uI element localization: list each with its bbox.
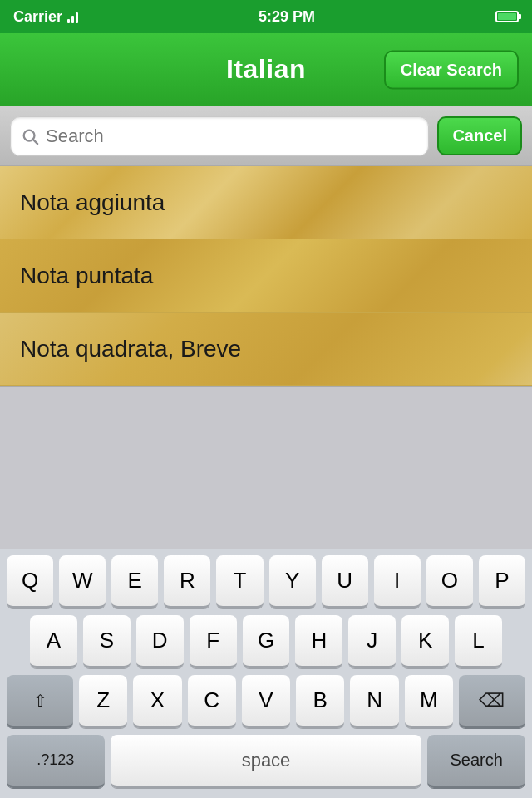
list-item-text: Nota aggiunta <box>20 190 165 216</box>
key-p[interactable]: P <box>479 555 525 608</box>
key-o[interactable]: O <box>426 555 473 608</box>
carrier-label: Carrier <box>13 8 62 26</box>
svg-line-1 <box>33 140 37 144</box>
key-i[interactable]: I <box>374 555 421 608</box>
key-e[interactable]: E <box>111 555 158 608</box>
search-bar: Cancel <box>0 106 532 166</box>
key-k[interactable]: K <box>401 615 449 668</box>
keyboard-row-4: .?123 space Search <box>0 728 532 798</box>
key-u[interactable]: U <box>322 555 368 608</box>
key-v[interactable]: V <box>242 675 290 728</box>
list-item[interactable]: Nota aggiunta <box>0 166 532 239</box>
key-f[interactable]: F <box>190 615 237 668</box>
key-j[interactable]: J <box>348 615 396 668</box>
key-r[interactable]: R <box>164 555 210 608</box>
key-l[interactable]: L <box>455 615 502 668</box>
key-s[interactable]: S <box>83 615 131 668</box>
keyboard-row-1: Q W E R T Y U I O P <box>0 549 532 608</box>
key-w[interactable]: W <box>59 555 106 608</box>
battery-indicator <box>495 11 519 22</box>
key-t[interactable]: T <box>216 555 263 608</box>
key-b[interactable]: B <box>296 675 344 728</box>
search-icon <box>21 127 39 145</box>
wifi-icon <box>67 10 78 23</box>
cancel-button[interactable]: Cancel <box>437 116 522 155</box>
results-list: Nota aggiunta Nota puntata Nota quadrata… <box>0 166 532 386</box>
delete-key[interactable]: ⌫ <box>459 675 525 728</box>
separator <box>0 386 532 387</box>
list-item[interactable]: Nota puntata <box>0 239 532 313</box>
navigation-bar: Italian Clear Search <box>0 33 532 106</box>
key-m[interactable]: M <box>405 675 453 728</box>
key-c[interactable]: C <box>188 675 236 728</box>
key-q[interactable]: Q <box>7 555 53 608</box>
space-key[interactable]: space <box>111 735 422 788</box>
numbers-key[interactable]: .?123 <box>7 735 105 788</box>
key-n[interactable]: N <box>350 675 398 728</box>
search-input-wrapper <box>10 116 429 156</box>
key-y[interactable]: Y <box>269 555 316 608</box>
key-g[interactable]: G <box>243 615 290 668</box>
shift-key[interactable]: ⇧ <box>7 675 73 728</box>
key-a[interactable]: A <box>30 615 77 668</box>
page-title: Italian <box>226 54 306 85</box>
search-input[interactable] <box>46 126 418 147</box>
status-bar: Carrier 5:29 PM <box>0 0 532 33</box>
list-item[interactable]: Nota quadrata, Breve <box>0 313 532 386</box>
key-z[interactable]: Z <box>79 675 127 728</box>
carrier-info: Carrier <box>13 8 78 26</box>
battery-icon <box>495 11 519 22</box>
clear-search-button[interactable]: Clear Search <box>384 50 519 89</box>
search-key[interactable]: Search <box>427 735 525 788</box>
key-h[interactable]: H <box>295 615 342 668</box>
keyboard-row-3: ⇧ Z X C V B N M ⌫ <box>0 668 532 728</box>
list-item-text: Nota quadrata, Breve <box>20 336 241 362</box>
key-x[interactable]: X <box>133 675 181 728</box>
list-item-text: Nota puntata <box>20 263 153 289</box>
keyboard: Q W E R T Y U I O P A S D F G H J K L ⇧ … <box>0 549 532 798</box>
status-time: 5:29 PM <box>259 8 315 26</box>
keyboard-row-2: A S D F G H J K L <box>0 608 532 668</box>
key-d[interactable]: D <box>136 615 184 668</box>
